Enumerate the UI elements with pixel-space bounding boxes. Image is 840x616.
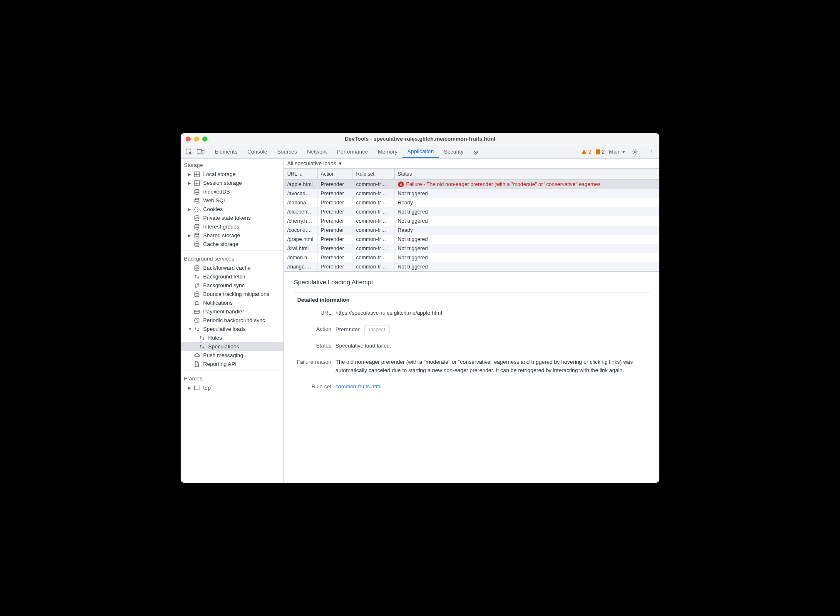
sidebar-item-label: IndexedDB bbox=[203, 189, 230, 195]
warnings-badge[interactable]: 2 bbox=[581, 149, 591, 155]
sidebar-item-payment-handler[interactable]: Payment handler bbox=[181, 307, 283, 316]
target-dropdown[interactable]: Main ▾ bbox=[609, 149, 625, 155]
sidebar-item-private-state-tokens[interactable]: Private state tokens bbox=[181, 214, 283, 222]
sidebar-item-label: Local storage bbox=[203, 171, 236, 177]
close-window-button[interactable] bbox=[186, 137, 191, 142]
sidebar-item-interest-groups[interactable]: Interest groups bbox=[181, 222, 283, 231]
sidebar-item-label: Cookies bbox=[203, 206, 223, 212]
cell-status: Not triggered bbox=[394, 253, 659, 262]
device-toolbar-icon[interactable] bbox=[195, 145, 206, 158]
sidebar-item-shared-storage[interactable]: ▶Shared storage bbox=[181, 231, 283, 240]
cell-status: Not triggered bbox=[394, 216, 659, 226]
cell-action: Prerender bbox=[317, 253, 353, 262]
chevron-right-icon: ▶ bbox=[188, 172, 192, 176]
sidebar-item-bounce-tracking-mitigations[interactable]: Bounce tracking mitigations bbox=[181, 290, 283, 298]
maximize-window-button[interactable] bbox=[202, 137, 207, 142]
cell-url: /mango.… bbox=[284, 262, 317, 271]
svg-point-18 bbox=[195, 233, 199, 235]
settings-icon[interactable] bbox=[629, 149, 641, 155]
updown-icon bbox=[198, 335, 206, 341]
minimize-window-button[interactable] bbox=[194, 137, 199, 142]
svg-rect-2 bbox=[202, 150, 204, 154]
svg-point-19 bbox=[195, 242, 199, 243]
table-row[interactable]: /apple.htmlPrerendercommon-fr…✕Failure -… bbox=[284, 180, 659, 189]
table-row[interactable]: /coconut…Prerendercommon-fr…Ready bbox=[284, 226, 659, 235]
sidebar-item-label: top bbox=[203, 385, 211, 391]
sidebar-item-indexeddb[interactable]: IndexedDB bbox=[181, 187, 283, 196]
table-row[interactable]: /cherry.h…Prerendercommon-fr…Not trigger… bbox=[284, 216, 659, 226]
sidebar-item-web-sql[interactable]: Web SQL bbox=[181, 196, 283, 205]
filter-bar[interactable]: All speculative loads ▾ bbox=[284, 159, 659, 169]
sidebar-item-top[interactable]: ▶top bbox=[181, 383, 283, 392]
file-icon bbox=[193, 361, 201, 367]
table-row[interactable]: /mango.…Prerendercommon-fr…Not triggered bbox=[284, 262, 659, 271]
table-row[interactable]: /banana.…Prerendercommon-fr…Ready bbox=[284, 198, 659, 207]
cell-url: /lemon.h… bbox=[284, 253, 317, 262]
tab-memory[interactable]: Memory bbox=[373, 145, 403, 158]
detail-ruleset-link[interactable]: common-fruits.html bbox=[336, 383, 382, 390]
sidebar-item-push-messaging[interactable]: Push messaging bbox=[181, 351, 283, 360]
tab-application[interactable]: Application bbox=[403, 145, 439, 158]
tab-console[interactable]: Console bbox=[242, 145, 272, 158]
more-menu-icon[interactable]: ⋮ bbox=[645, 149, 657, 155]
table-row[interactable]: /avocad…Prerendercommon-fr…Not triggered bbox=[284, 189, 659, 198]
svg-point-13 bbox=[195, 207, 199, 211]
db-icon bbox=[193, 291, 201, 297]
sidebar-item-periodic-background-sync[interactable]: Periodic background sync bbox=[181, 316, 283, 325]
sidebar-item-label: Session storage bbox=[203, 180, 242, 186]
cell-action: Prerender bbox=[317, 198, 353, 207]
sidebar-item-label: Interest groups bbox=[203, 224, 239, 230]
table-row[interactable]: /blueberr…Prerendercommon-fr…Not trigger… bbox=[284, 207, 659, 216]
sidebar-item-reporting-api[interactable]: Reporting API bbox=[181, 360, 283, 368]
sidebar-item-back-forward-cache[interactable]: Back/forward cache bbox=[181, 263, 283, 272]
cell-url: /grape.html bbox=[284, 235, 317, 244]
sidebar-item-cookies[interactable]: ▶Cookies bbox=[181, 205, 283, 214]
table-row[interactable]: /lemon.h…Prerendercommon-fr…Not triggere… bbox=[284, 253, 659, 262]
more-tabs-icon[interactable] bbox=[470, 145, 482, 158]
cell-url: /blueberr… bbox=[284, 207, 317, 216]
column-header-action[interactable]: Action bbox=[317, 169, 353, 180]
db-icon bbox=[193, 215, 201, 221]
chevron-right-icon: ▶ bbox=[188, 181, 192, 185]
sidebar-item-background-sync[interactable]: Background sync bbox=[181, 281, 283, 290]
sidebar-item-rules[interactable]: Rules bbox=[181, 333, 283, 342]
tab-sources[interactable]: Sources bbox=[272, 145, 302, 158]
column-header-status[interactable]: Status bbox=[394, 169, 659, 180]
sidebar-item-background-fetch[interactable]: Background fetch bbox=[181, 272, 283, 281]
db-icon bbox=[193, 241, 201, 247]
sidebar-item-label: Push messaging bbox=[203, 352, 243, 358]
sidebar-item-label: Speculations bbox=[208, 343, 239, 350]
sidebar-item-speculative-loads[interactable]: ▼Speculative loads bbox=[181, 325, 283, 333]
sidebar-item-session-storage[interactable]: ▶Session storage bbox=[181, 179, 283, 187]
bg-services-section-header: Background services bbox=[181, 252, 283, 263]
info-badge[interactable]: 2 bbox=[596, 149, 605, 155]
sidebar-item-local-storage[interactable]: ▶Local storage bbox=[181, 170, 283, 179]
detail-action-label: Action bbox=[294, 325, 336, 332]
sidebar-item-speculations[interactable]: Speculations bbox=[181, 342, 283, 351]
sidebar-item-label: Payment handler bbox=[203, 308, 244, 315]
speculations-table: URL▲ActionRule setStatus /apple.htmlPrer… bbox=[284, 169, 659, 271]
detail-section-title: Detailed information bbox=[294, 297, 649, 303]
table-row[interactable]: /grape.htmlPrerendercommon-fr…Not trigge… bbox=[284, 235, 659, 244]
inspect-button[interactable]: Inspect bbox=[364, 325, 390, 334]
sidebar-item-notifications[interactable]: Notifications bbox=[181, 298, 283, 307]
column-header-url[interactable]: URL▲ bbox=[284, 169, 317, 180]
table-row[interactable]: /kiwi.htmlPrerendercommon-fr…Not trigger… bbox=[284, 244, 659, 253]
cell-action: Prerender bbox=[317, 180, 353, 189]
cell-url: /cherry.h… bbox=[284, 216, 317, 226]
cell-ruleset: common-fr… bbox=[353, 262, 394, 271]
sidebar-item-label: Back/forward cache bbox=[203, 265, 251, 271]
detail-reason-value: The old non-eager prerender (with a "mod… bbox=[336, 358, 649, 375]
detail-url-value: https://speculative-rules.glitch.me/appl… bbox=[336, 309, 649, 318]
svg-rect-3 bbox=[596, 149, 600, 154]
tab-network[interactable]: Network bbox=[302, 145, 332, 158]
column-header-rule-set[interactable]: Rule set bbox=[353, 169, 394, 180]
tab-elements[interactable]: Elements bbox=[210, 145, 242, 158]
tab-performance[interactable]: Performance bbox=[332, 145, 373, 158]
cell-url: /coconut… bbox=[284, 226, 317, 235]
tab-security[interactable]: Security bbox=[439, 145, 468, 158]
cell-ruleset: common-fr… bbox=[353, 235, 394, 244]
inspect-element-icon[interactable] bbox=[183, 145, 195, 158]
sidebar-item-cache-storage[interactable]: Cache storage bbox=[181, 240, 283, 248]
bell-icon bbox=[193, 300, 201, 306]
